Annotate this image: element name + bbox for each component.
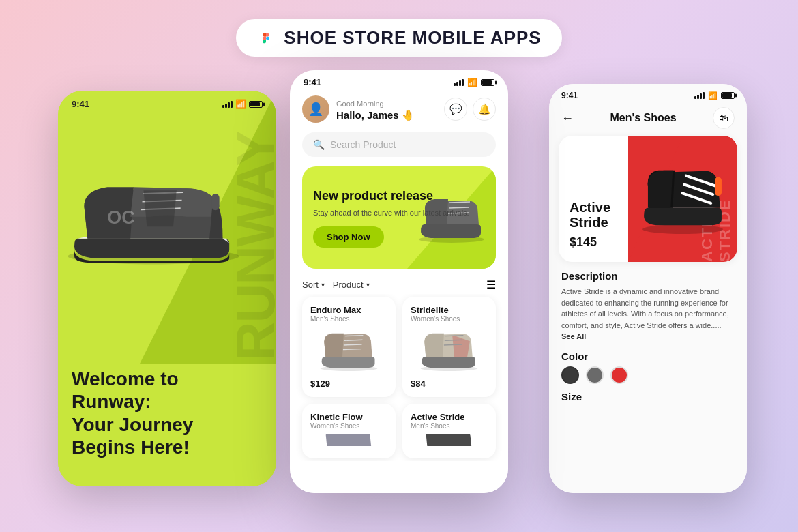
product-shoe-img-2 — [411, 327, 488, 374]
avatar: 👤 — [302, 95, 329, 123]
product-name-2: Stridelite — [411, 305, 488, 315]
product-shoe-img-1 — [310, 327, 387, 374]
product-card-2[interactable]: Stridelite Women's Shoes — [402, 297, 496, 397]
center-wifi-icon: 📶 — [467, 78, 477, 87]
svg-line-13 — [344, 344, 362, 345]
header: SHOE STORE MOBILE APPS — [236, 19, 561, 57]
greeting-text: Good Morning Hallo, James 🤚 — [336, 97, 415, 121]
product-card-3[interactable]: Kinetic Flow Women's Shoes — [302, 404, 396, 458]
description-text: Active Stride is a dynamic and innovativ… — [561, 286, 735, 342]
product-card-1[interactable]: Enduro Max Men's Shoes — [302, 297, 396, 397]
left-shoe-image: OC — [58, 118, 269, 309]
product-category-4: Men's Shoes — [411, 422, 488, 430]
right-status-bar: 9:41 📶 — [549, 84, 747, 103]
svg-text:OC: OC — [107, 207, 135, 228]
product-shoe-img-3 — [310, 434, 387, 446]
center-status-icons: 📶 — [454, 78, 494, 87]
svg-line-14 — [343, 349, 361, 350]
sort-chevron-icon: ▾ — [321, 281, 325, 289]
greeting-icons[interactable]: 💬 🔔 — [444, 98, 496, 121]
product-category-1: Men's Shoes — [310, 315, 387, 323]
left-time: 9:41 — [72, 99, 89, 109]
color-dot-red[interactable] — [610, 366, 628, 384]
filter-row: Sort ▾ Product ▾ ☰ — [290, 273, 508, 294]
detail-shoe-svg — [636, 162, 730, 236]
right-battery-icon — [721, 92, 735, 99]
sig3 — [459, 80, 461, 86]
product-chevron-icon: ▾ — [366, 281, 370, 289]
detail-shoe-image — [635, 158, 730, 240]
svg-rect-5 — [211, 194, 220, 210]
search-icon: 🔍 — [313, 139, 325, 150]
product-name-3: Kinetic Flow — [310, 412, 387, 422]
header-title: SHOE STORE MOBILE APPS — [284, 27, 541, 48]
left-wifi-icon: 📶 — [235, 99, 246, 109]
product-name-1: Enduro Max — [310, 305, 387, 315]
promotional-banner: New product release Stay ahead of the cu… — [302, 166, 496, 269]
signal-bar-1 — [222, 105, 224, 108]
svg-line-17 — [445, 340, 463, 340]
search-bar[interactable]: 🔍 Search Product — [302, 132, 496, 157]
detail-product-name: Active Stride — [570, 200, 610, 230]
size-section: Size — [549, 388, 747, 409]
banner-title: New product release — [313, 189, 485, 204]
product-shoe-svg-3 — [319, 434, 380, 446]
greeting-small: Good Morning — [336, 100, 384, 108]
rsig4 — [703, 92, 705, 99]
message-icon-btn[interactable]: 💬 — [444, 98, 467, 121]
left-bottom-text: Welcome to Runway: Your Journey Begins H… — [72, 368, 263, 459]
cart-icon-btn[interactable]: 🛍 — [713, 107, 735, 129]
center-signal — [454, 79, 464, 86]
left-status-bar: 9:41 📶 — [58, 91, 276, 113]
back-button[interactable]: ← — [561, 111, 574, 125]
left-status-icons: 📶 — [222, 99, 263, 109]
sig1 — [454, 83, 456, 86]
rsig3 — [700, 93, 702, 99]
shop-now-button[interactable]: Shop Now — [313, 226, 384, 248]
center-status-bar: 9:41 📶 — [290, 70, 508, 90]
banner-content: New product release Stay ahead of the cu… — [313, 189, 485, 248]
product-shoe-img-4 — [411, 434, 488, 446]
right-signal — [694, 92, 705, 99]
product-category-3: Women's Shoes — [310, 422, 387, 430]
right-time: 9:41 — [561, 91, 578, 100]
color-options[interactable] — [561, 366, 735, 384]
right-wifi-icon: 📶 — [708, 91, 718, 100]
menu-icon[interactable]: ☰ — [486, 278, 496, 291]
rsig1 — [694, 96, 696, 99]
figma-icon — [256, 29, 276, 48]
center-battery-icon — [481, 79, 494, 86]
see-all-link[interactable]: See All — [561, 332, 586, 340]
greeting-left: 👤 Good Morning Hallo, James 🤚 — [302, 95, 415, 123]
product-category-2: Women's Shoes — [411, 315, 488, 323]
greeting-name: Hallo, James 🤚 — [336, 109, 415, 121]
color-dot-dark[interactable] — [561, 366, 579, 384]
search-placeholder-text: Search Product — [330, 139, 396, 150]
description-section: Description Active Stride is a dynamic a… — [549, 262, 747, 346]
center-time: 9:41 — [304, 77, 321, 87]
svg-rect-23 — [715, 177, 722, 195]
color-section: Color — [549, 346, 747, 388]
svg-point-19 — [642, 224, 723, 234]
rsig2 — [697, 95, 699, 99]
product-shoe-svg-4 — [419, 434, 480, 446]
product-card-4[interactable]: Active Stride Men's Shoes — [402, 404, 496, 458]
right-status-icons: 📶 — [694, 91, 735, 100]
phone-right: 9:41 📶 ← Me — [549, 84, 747, 493]
product-filter[interactable]: Product ▾ — [333, 280, 370, 290]
detail-price: $145 — [570, 235, 610, 250]
product-price-2: $84 — [411, 379, 488, 389]
detail-nav: ← Men's Shoes 🛍 — [549, 103, 747, 136]
svg-line-16 — [445, 336, 464, 336]
product-detail-card: ACTIVE STRIDE Active Stride $145 — [559, 136, 737, 262]
sig4 — [462, 79, 464, 86]
notification-icon-btn[interactable]: 🔔 — [473, 98, 496, 121]
phone-left: 9:41 📶 RUNWAY — [58, 91, 276, 486]
detail-info: Active Stride $145 — [570, 200, 610, 250]
color-dot-gray[interactable] — [586, 366, 604, 384]
phones-container: 9:41 📶 RUNWAY — [0, 70, 798, 507]
signal-bar-3 — [228, 102, 230, 108]
filter-chips[interactable]: Sort ▾ Product ▾ — [302, 280, 370, 290]
left-battery-icon — [249, 101, 263, 108]
sort-filter[interactable]: Sort ▾ — [302, 280, 325, 290]
